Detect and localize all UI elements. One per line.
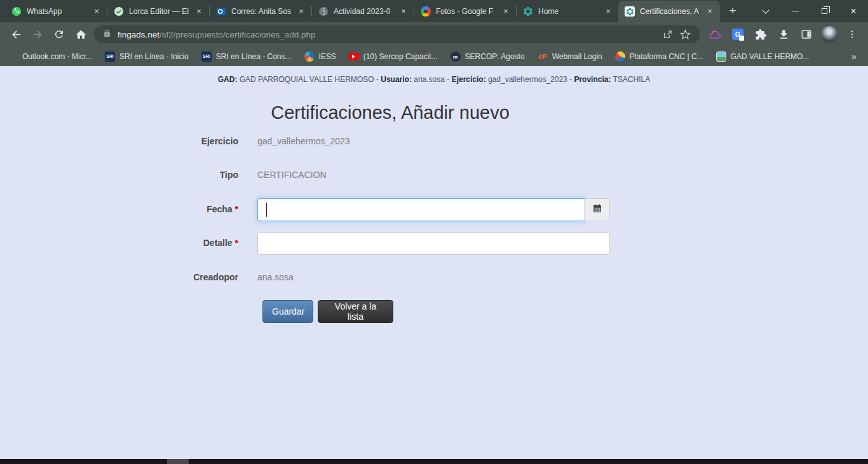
tab-close-icon[interactable]: ×: [398, 6, 409, 17]
tab-close-icon[interactable]: ×: [603, 6, 613, 17]
bookmark-sercop-agosto[interactable]: m SERCOP: Agosto: [451, 51, 525, 62]
translate-icon[interactable]: G: [727, 24, 749, 45]
form-row-tipo: Tipo CERTIFICACION: [0, 170, 868, 180]
ejercicio-label: Ejercicio:: [452, 75, 486, 84]
profile-avatar[interactable]: [821, 26, 837, 43]
home-icon[interactable]: [70, 24, 92, 45]
checkmark-icon: [114, 6, 124, 17]
usuario-label: Usuario:: [381, 75, 412, 84]
gad-value: GAD PARROQUIAL VALLE HERMOSO -: [237, 75, 381, 84]
bookmark-label: Outlook.com - Micr...: [22, 52, 92, 61]
tipo-field-label: Tipo: [0, 170, 238, 180]
window-close-button[interactable]: ×: [839, 0, 868, 22]
tab-lorca-editor[interactable]: Lorca Editor — El ×: [107, 1, 209, 22]
window-minimize-button[interactable]: [780, 0, 810, 22]
tab-certificaciones-active[interactable]: Certificaciones, A ×: [618, 1, 720, 22]
new-tab-button[interactable]: +: [724, 3, 742, 20]
bookmark-iess[interactable]: IESS: [304, 51, 336, 62]
window-controls: ×: [751, 0, 868, 22]
tipo-field-value: CERTIFICACION: [257, 170, 327, 180]
volver-a-la-lista-button[interactable]: Volver a la lista: [318, 300, 393, 323]
bookmark-sercop-youtube[interactable]: (10) Sercop Capacit...: [349, 51, 438, 62]
tab-close-icon[interactable]: ×: [501, 6, 511, 17]
bookmark-sri-inicio[interactable]: SRI SRI en Línea - Inicio: [105, 51, 189, 62]
usuario-value: ana.sosa -: [412, 75, 452, 84]
taskbar-edge: [0, 459, 868, 464]
tab-home[interactable]: Home ×: [517, 1, 618, 22]
address-bar[interactable]: fingads.net/sf2/presupuesto/certificacio…: [94, 25, 700, 43]
tab-close-icon[interactable]: ×: [92, 6, 102, 17]
form-row-detalle: Detalle *: [0, 232, 868, 255]
form-row-ejercicio: Ejercicio gad_vallehermos_2023: [0, 136, 868, 146]
tab-correo-outlook[interactable]: Correo: Anita Sos ×: [210, 1, 311, 22]
detalle-input[interactable]: [257, 232, 610, 255]
bookmark-gad-valle-hermoso[interactable]: GAD VALLE HERMO...: [716, 51, 810, 62]
browser-tab-strip: WhatsApp × Lorca Editor — El × Correo: A…: [0, 0, 868, 22]
creadopor-field-label: Creadopor: [0, 272, 238, 282]
cnc-icon: [615, 51, 625, 62]
calendar-addon-button[interactable]: [585, 198, 610, 221]
forward-icon[interactable]: [27, 24, 48, 45]
text-cursor: [266, 203, 267, 217]
page-title: Certificaciones, Añadir nuevo: [168, 102, 613, 123]
menu-dots-icon[interactable]: [841, 24, 863, 45]
cpanel-icon: cP: [538, 51, 548, 62]
tab-whatsapp[interactable]: WhatsApp ×: [5, 1, 107, 22]
bookmark-sri-consultas[interactable]: SRI SRI en Línea - Cons...: [201, 51, 292, 62]
tab-close-icon[interactable]: ×: [296, 6, 306, 17]
bookmark-outlook[interactable]: Outlook.com - Micr...: [8, 51, 92, 62]
tab-title: Fotos - Google F: [436, 7, 496, 16]
fingads-flower-icon: [523, 6, 533, 17]
guardar-button[interactable]: Guardar: [262, 300, 313, 323]
reload-icon[interactable]: [48, 24, 70, 45]
tab-close-icon[interactable]: ×: [705, 6, 715, 17]
bookmarks-overflow-chevron[interactable]: »: [848, 51, 860, 62]
tab-title: Correo: Anita Sos: [231, 7, 291, 16]
share-icon[interactable]: [658, 25, 676, 43]
youtube-icon: [349, 51, 359, 62]
site-header-line: GAD: GAD PARROQUIAL VALLE HERMOSO - Usua…: [0, 75, 868, 84]
fecha-input-group: [257, 198, 610, 221]
url-text: fingads.net/sf2/presupuesto/certificacio…: [118, 30, 658, 39]
form-row-buttons: Guardar Volver a la lista: [0, 300, 868, 323]
bookmark-label: (10) Sercop Capacit...: [363, 52, 438, 61]
tab-close-icon[interactable]: ×: [194, 6, 204, 17]
sri-icon: SRI: [105, 51, 115, 62]
bookmark-plataforma-cnc[interactable]: Plataforma CNC | C...: [615, 51, 703, 62]
extensions-puzzle-icon[interactable]: [750, 24, 771, 45]
required-asterisk: *: [235, 238, 238, 248]
downloads-icon[interactable]: [773, 24, 794, 45]
side-panel-icon[interactable]: [796, 24, 817, 45]
lock-icon: [103, 29, 111, 40]
url-path: /sf2/presupuesto/certificaciones_add.php: [159, 30, 315, 39]
sri-icon: SRI: [201, 51, 212, 62]
microsoft-icon: [8, 51, 18, 62]
toolbar-actions: G: [704, 24, 863, 45]
extension-cloud-icon[interactable]: [704, 24, 726, 45]
window-menu-chevron-icon[interactable]: [751, 0, 780, 22]
browser-toolbar: fingads.net/sf2/presupuesto/certificacio…: [0, 22, 868, 46]
back-icon[interactable]: [5, 24, 27, 45]
bookmark-webmail[interactable]: cP Webmail Login: [538, 51, 602, 62]
ejercicio-field-value: gad_vallehermos_2023: [257, 136, 350, 146]
taskbar-edge-highlight: [167, 459, 189, 464]
fecha-input[interactable]: [257, 198, 585, 221]
ejercicio-field-label: Ejercicio: [0, 136, 238, 146]
creadopor-field-value: ana.sosa: [257, 272, 294, 282]
tab-actividad[interactable]: Actividad 2023-0 ×: [312, 1, 414, 22]
provincia-value: TSACHILA: [611, 75, 650, 84]
bookmark-label: IESS: [319, 52, 336, 61]
tab-google-fotos[interactable]: Fotos - Google F ×: [414, 1, 516, 22]
bookmark-star-icon[interactable]: [676, 25, 694, 43]
detalle-input-group: [257, 232, 610, 255]
ejercicio-value: gad_vallehermos_2023 -: [486, 75, 574, 84]
detalle-field-label: Detalle: [203, 238, 235, 248]
provincia-label: Provincia:: [574, 75, 611, 84]
form-row-fecha: Fecha *: [0, 198, 868, 221]
required-asterisk: *: [235, 204, 238, 214]
tab-title: Actividad 2023-0: [334, 7, 393, 16]
window-restore-button[interactable]: [810, 0, 839, 22]
gad-label: GAD:: [218, 75, 238, 84]
tab-title: Certificaciones, A: [640, 7, 700, 16]
whatsapp-icon: [11, 6, 22, 17]
